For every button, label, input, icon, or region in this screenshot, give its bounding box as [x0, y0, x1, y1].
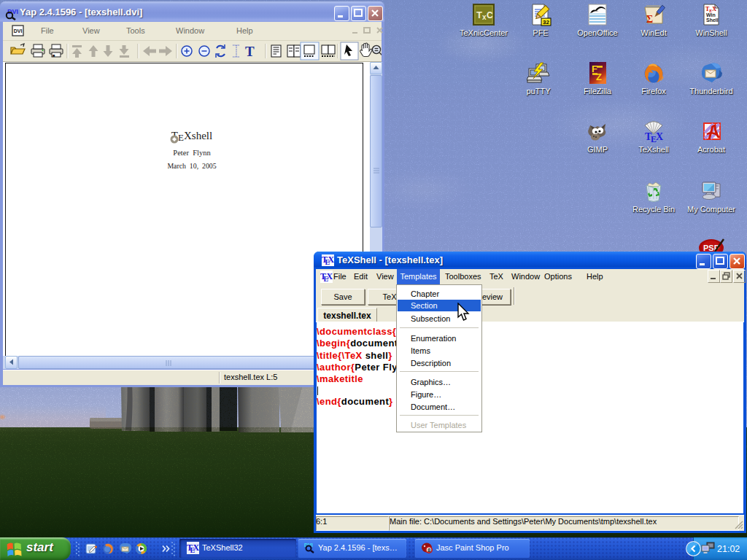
- svg-text:Z: Z: [596, 71, 602, 82]
- svg-text:X: X: [656, 131, 663, 142]
- svg-text:T: T: [245, 44, 255, 59]
- svg-text:8: 8: [427, 547, 431, 553]
- svg-text:Win: Win: [706, 12, 716, 18]
- svg-text:C: C: [487, 10, 493, 20]
- svg-text:■: ■: [53, 53, 55, 58]
- svg-text:Σ: Σ: [646, 14, 653, 25]
- svg-text:X: X: [193, 542, 200, 553]
- svg-text:X: X: [328, 254, 335, 265]
- svg-text:T: T: [476, 9, 482, 20]
- svg-text:DVI: DVI: [14, 28, 23, 34]
- svg-text:Shell: Shell: [706, 18, 719, 23]
- svg-text:32: 32: [543, 19, 549, 26]
- svg-text:X: X: [327, 271, 333, 281]
